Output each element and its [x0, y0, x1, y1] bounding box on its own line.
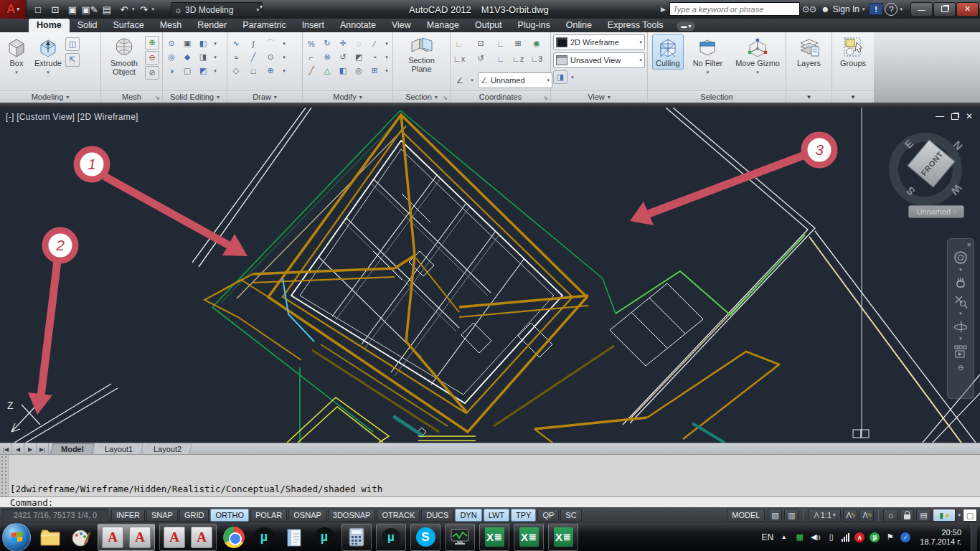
move-gizmo-button[interactable]: Move Gizmo▾ — [732, 34, 783, 79]
taskbar-autocad-4-button[interactable]: A — [189, 525, 214, 550]
3d-move-icon[interactable] — [336, 37, 349, 50]
taper-faces-icon[interactable] — [181, 51, 194, 63]
copy-object-icon[interactable] — [352, 37, 365, 50]
panel-title-layers[interactable]: ▼ — [786, 90, 831, 103]
tab-view[interactable]: View — [384, 19, 419, 32]
undo-dropdown[interactable]: ▾ — [132, 6, 135, 12]
tab-output[interactable]: Output — [467, 19, 510, 32]
section-dialog-launcher[interactable]: ⇘ — [443, 95, 448, 101]
solid-dropdown-2[interactable]: ▾ — [212, 55, 218, 60]
ucs-view-icon[interactable] — [453, 75, 466, 87]
taskbar-utorrent-2-button[interactable]: µ — [311, 525, 338, 550]
slice-icon[interactable] — [352, 51, 365, 63]
union-icon[interactable] — [165, 37, 178, 50]
search-binoculars-icon[interactable]: ⊙⊙ — [802, 3, 816, 16]
array-icon[interactable] — [368, 65, 381, 77]
clock[interactable]: 20:50 18.7.2014 г. — [920, 528, 961, 547]
flag-icon[interactable]: ⚑ — [885, 532, 895, 542]
coordinate-readout[interactable]: 2421 7/16, 75173 1/4, 0 — [2, 509, 108, 522]
interfere-icon[interactable] — [181, 37, 194, 50]
toggle-3dosnap[interactable]: 3DOSNAP — [328, 509, 376, 522]
viewcube-display-icon[interactable] — [553, 70, 567, 84]
navigation-bar[interactable]: ✕ ▾ ▾ ▾ ⊖ — [947, 238, 974, 399]
navbar-close-icon[interactable]: ✕ — [966, 242, 971, 248]
panel-title-section[interactable]: Section▾⇘ — [393, 90, 450, 103]
rotate-icon[interactable] — [336, 51, 349, 63]
taskbar-autocad-2-button[interactable]: A — [128, 525, 152, 550]
open-icon[interactable]: ⊡ — [47, 2, 63, 17]
viewcube-display-dropdown[interactable]: ▾ — [570, 75, 575, 80]
panel-title-selection[interactable]: Selection — [648, 90, 786, 103]
rectangle-icon[interactable] — [247, 65, 260, 77]
explode-icon[interactable] — [305, 37, 318, 50]
status-menu-dropdown[interactable]: ▾ — [958, 512, 961, 518]
exchange-apps-icon[interactable]: ! — [869, 3, 882, 15]
box-button[interactable]: Box▾ — [2, 34, 31, 79]
revision-cloud-icon[interactable] — [247, 37, 260, 50]
line-icon[interactable] — [247, 51, 260, 63]
sign-in-button[interactable]: ☻ Sign In ▾ — [819, 4, 867, 14]
toggle-osnap[interactable]: OSNAP — [288, 509, 326, 522]
tab-insert[interactable]: Insert — [294, 19, 332, 32]
steering-wheel-icon[interactable] — [951, 248, 970, 267]
draw-dropdown-1[interactable]: ▾ — [281, 41, 287, 47]
restore-button[interactable] — [933, 2, 956, 17]
signal-bars-icon[interactable] — [842, 533, 849, 542]
ucs-z-icon[interactable] — [512, 52, 524, 65]
minimize-button[interactable]: — — [910, 2, 933, 17]
toggle-grid[interactable]: GRID — [179, 509, 209, 522]
panel-title-coordinates[interactable]: Coordinates⇘ — [451, 90, 550, 103]
offset-icon[interactable] — [352, 65, 365, 77]
fillet-edge-icon[interactable] — [181, 65, 194, 77]
viewport-minimize-icon[interactable]: — — [936, 111, 944, 121]
presspull-icon[interactable] — [65, 53, 80, 67]
display-grid-icon[interactable]: ▦ — [794, 532, 805, 542]
taskbar-system-monitor-button[interactable] — [448, 525, 472, 550]
layers-button[interactable]: Layers — [793, 34, 824, 70]
redo-dropdown[interactable]: ▾ — [152, 6, 155, 12]
workspace-switcher[interactable]: ☼ 3D Modeling ▾ — [171, 2, 263, 17]
taskbar-explorer-button[interactable] — [37, 525, 64, 550]
tab-express-tools[interactable]: Express Tools — [600, 19, 672, 32]
coordinates-dialog-launcher[interactable]: ⇘ — [543, 95, 548, 101]
update-check-icon[interactable]: ✓ — [900, 532, 910, 542]
annotation-visibility-icon[interactable]: Λϟ — [843, 509, 857, 522]
ellipse-icon[interactable] — [264, 65, 277, 77]
extrude-faces-icon[interactable] — [197, 37, 209, 50]
named-view-combo[interactable]: Unsaved View ▾ — [553, 52, 645, 68]
ucs-object-icon[interactable] — [494, 37, 507, 50]
isolate-objects-button[interactable]: ▮● — [933, 509, 956, 522]
redo-icon[interactable]: ↷ — [136, 2, 152, 17]
offset-edges-icon[interactable] — [197, 51, 209, 63]
mesh-no-smooth-icon[interactable] — [145, 66, 159, 80]
annotation-autoscale-icon[interactable]: Λϟ — [859, 509, 874, 522]
taskbar-chrome-button[interactable] — [220, 525, 248, 550]
ribbon-display-options-button[interactable]: ▬ ▾ — [677, 22, 695, 31]
help-dropdown[interactable]: ▾ — [900, 6, 903, 12]
modify-dropdown-1[interactable]: ▾ — [384, 41, 390, 47]
next-layout-icon[interactable]: ▶ — [24, 443, 37, 455]
polysolid-icon[interactable] — [65, 37, 80, 51]
ucs-3point-icon[interactable] — [530, 52, 543, 65]
start-button[interactable] — [2, 523, 31, 551]
smooth-object-button[interactable]: Smooth Object — [103, 34, 145, 78]
pan-hand-icon[interactable] — [951, 273, 970, 292]
section-plane-button[interactable]: Section Plane — [400, 34, 443, 75]
separate-icon[interactable] — [197, 65, 209, 77]
taskbar-excel-2-button[interactable]: X — [517, 525, 541, 550]
ucs-icon[interactable] — [453, 37, 466, 50]
tab-model[interactable]: Model — [50, 443, 95, 455]
panel-title-groups[interactable]: ▼ — [832, 90, 874, 103]
qat-options-dropdown[interactable]: ▾ — [260, 4, 263, 10]
zoom-icon[interactable] — [951, 292, 970, 311]
ucs-world-icon[interactable] — [474, 37, 487, 50]
no-filter-button[interactable]: No Filter▾ — [689, 34, 727, 79]
ucs-y-icon[interactable] — [494, 52, 507, 65]
toggle-ducs[interactable]: DUCS — [421, 509, 453, 522]
help-icon[interactable]: ? — [885, 3, 897, 16]
draw-dropdown-2[interactable]: ▾ — [281, 55, 287, 60]
toggle-infer[interactable]: INFER — [111, 509, 145, 522]
subtract-icon[interactable] — [165, 51, 178, 63]
ucs-previous-icon[interactable] — [474, 52, 487, 65]
language-indicator[interactable]: EN — [762, 532, 774, 542]
